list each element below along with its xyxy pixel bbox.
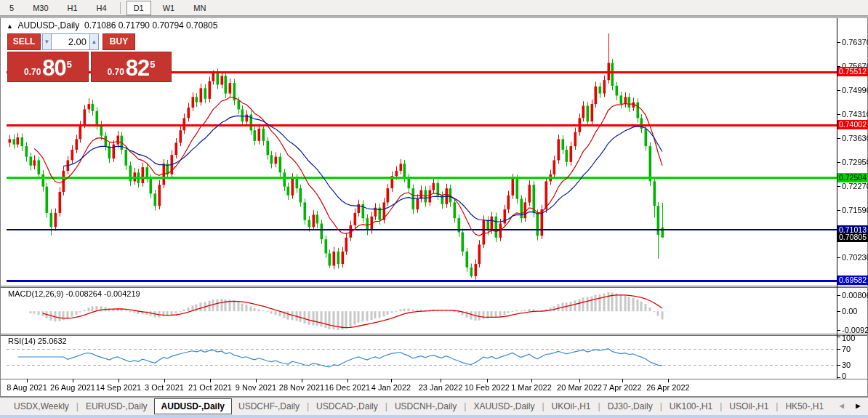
date-axis-label: 16 Dec 2021: [325, 383, 370, 392]
date-axis-label: 7 Apr 2022: [603, 383, 641, 392]
buy-price-prefix: 0.70: [107, 65, 124, 79]
sell-price-prefix: 0.70: [24, 65, 41, 79]
indicator-axis-tick: 30: [842, 361, 851, 369]
tab-usdchf-daily[interactable]: USDCHF-,Daily: [232, 399, 306, 414]
indicator-axis-tick: 70: [842, 345, 851, 353]
timeframe-button-5[interactable]: 5: [2, 1, 21, 15]
tab-usdx-weekly[interactable]: USDX,Weekly: [7, 399, 76, 414]
date-axis-label: 14 Sep 2021: [96, 383, 141, 392]
tab-scroll-arrows: ◄ ►: [837, 401, 862, 410]
timeframe-button-d1[interactable]: D1: [126, 1, 151, 15]
volume-input[interactable]: 2.00: [51, 33, 90, 50]
tab-usoil-h1[interactable]: USOil-,H1: [723, 399, 775, 414]
price-axis-tick: 0.72270: [842, 182, 868, 190]
rsi-indicator-label: RSI(14) 25.0632: [8, 337, 67, 345]
price-axis-tick: 0.74990: [842, 86, 868, 95]
price-level-badge: 0.74002: [837, 120, 868, 129]
indicator-axis-tick: 0.008061: [842, 291, 868, 300]
tab-uk100-h1[interactable]: UK100-,H1: [663, 399, 719, 414]
price-axis-tick: 0.73630: [842, 134, 868, 142]
tab-xauusd-daily[interactable]: XAUUSD-,Daily: [467, 399, 541, 414]
timeframe-button-w1[interactable]: W1: [156, 1, 182, 15]
chart-symbol-label: AUDUSD-,Daily: [18, 20, 80, 31]
buy-price-main: 82: [126, 57, 149, 79]
tab-eurusd-daily[interactable]: EURUSD-,Daily: [79, 399, 154, 414]
chart-ohlc-values: 0.71086 0.71790 0.70794 0.70805: [84, 20, 218, 31]
timeframe-button-mn[interactable]: MN: [186, 1, 213, 15]
timeframe-button-h4[interactable]: H4: [89, 1, 114, 15]
tab-scroll-right-icon[interactable]: ►: [854, 401, 862, 410]
bottom-strip: [0, 415, 868, 418]
trading-terminal: 5M30H1H4D1W1MN ▲ AUDUSD-,Daily 0.71086 0…: [0, 0, 868, 418]
date-axis-label: 3 Oct 2021: [145, 383, 184, 392]
date-axis-label: 10 Feb 2022: [465, 383, 510, 392]
tab-scroll-left-icon[interactable]: ◄: [837, 401, 845, 410]
sell-price-main: 80: [42, 57, 65, 79]
tab-dj30-daily[interactable]: DJ30-,Daily: [601, 399, 659, 414]
date-axis-label: 26 Aug 2021: [50, 383, 95, 392]
price-axis-tick: 0.72950: [842, 158, 868, 166]
chart-title: ▲ AUDUSD-,Daily 0.71086 0.71790 0.70794 …: [7, 20, 217, 31]
price-axis-tick: 0.71590: [842, 206, 868, 214]
price-axis-tick: 0.74310: [842, 110, 868, 118]
tab-ukoil-h1[interactable]: UKOil-,H1: [545, 399, 598, 414]
date-axis-label: 21 Oct 2021: [188, 383, 232, 392]
date-axis-label: 4 Jan 2022: [371, 383, 411, 392]
timeframe-button-m30[interactable]: M30: [25, 1, 55, 15]
timeframe-toolbar: 5M30H1H4D1W1MN: [0, 0, 868, 17]
sell-button[interactable]: SELL: [7, 33, 41, 50]
sell-price-pip: 5: [67, 52, 72, 77]
one-click-trading-widget: SELL ▼ 2.00 ▲ BUY 0.70 80 5 0.70 82 5: [7, 33, 172, 83]
date-axis-label: 26 Apr 2022: [646, 383, 689, 392]
price-axis-tick: 0.70230: [842, 253, 868, 262]
tab-usdcnh-daily[interactable]: USDCNH-,Daily: [388, 399, 463, 414]
price-level-badge: 0.69582: [837, 276, 868, 285]
price-level-badge: 0.70805: [837, 233, 868, 242]
sell-price-panel[interactable]: 0.70 80 5: [7, 52, 89, 82]
date-axis-label: 9 Nov 2021: [236, 383, 276, 392]
tab-hk50-h1[interactable]: HK50-,H1: [779, 399, 830, 414]
date-axis-label: 20 Mar 2022: [557, 383, 602, 392]
macd-indicator-label: MACD(12,26,9) -0.008264 -0.004219: [8, 289, 140, 298]
price-level-badge: 0.72504: [837, 173, 868, 182]
indicator-axis-tick: 0.00: [842, 307, 857, 315]
toolbar-separator: [120, 2, 121, 14]
date-axis-label: 28 Nov 2021: [279, 383, 324, 392]
chart-tab-bar: USDX,Weekly|EURUSD-,DailyAUDUSD-,DailyUS…: [0, 397, 868, 415]
price-axis-tick: 0.76370: [842, 38, 868, 47]
volume-increase-button[interactable]: ▲: [89, 33, 99, 50]
date-axis-label: 1 Mar 2022: [511, 383, 552, 392]
date-axis-label: 23 Jan 2022: [419, 383, 463, 392]
buy-price-panel[interactable]: 0.70 82 5: [91, 52, 172, 82]
indicator-axis-tick: 100: [842, 334, 855, 342]
buy-button[interactable]: BUY: [103, 33, 135, 50]
collapse-trade-panel-icon[interactable]: ▲: [7, 23, 13, 30]
buy-price-pip: 5: [150, 52, 155, 77]
date-axis-label: 8 Aug 2021: [7, 383, 47, 392]
price-level-badge: 0.75512: [837, 67, 868, 76]
indicator-axis-tick: 0: [842, 371, 846, 380]
chart-window: ▲ AUDUSD-,Daily 0.71086 0.71790 0.70794 …: [0, 17, 868, 397]
tab-audusd-daily[interactable]: AUDUSD-,Daily: [154, 398, 232, 414]
tab-usdcad-daily[interactable]: USDCAD-,Daily: [310, 399, 385, 414]
timeframe-button-h1[interactable]: H1: [60, 1, 85, 15]
